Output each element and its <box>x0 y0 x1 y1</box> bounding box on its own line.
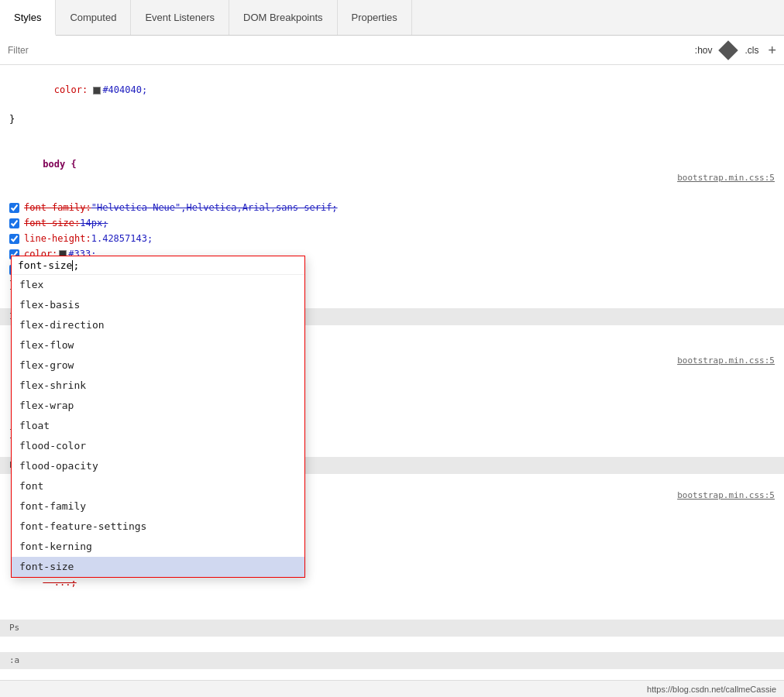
ps-section-header: Ps <box>0 620 784 637</box>
nt-source-link[interactable]: bootstrap.min.css:5 <box>677 354 775 368</box>
devtools-panel: Styles Computed Event Listeners DOM Brea… <box>0 0 784 697</box>
autocomplete-item-font[interactable]: font <box>12 476 304 496</box>
filter-controls: :hov .cls + <box>692 43 776 57</box>
autocomplete-item-flex-basis[interactable]: flex-basis <box>12 295 304 315</box>
autocomplete-dropdown: font-size ; flex flex-basis flex-directi… <box>11 256 305 578</box>
body-source-link[interactable]: bootstrap.min.css:5 <box>677 171 775 185</box>
css-close-brace-1: } <box>0 112 784 127</box>
font-size-prop: font-size: <box>24 216 80 230</box>
ht-source-link[interactable]: bootstrap.min.css:5 <box>677 489 775 503</box>
autocomplete-input-text: font-size <box>18 259 72 271</box>
font-size-value: 14px; <box>80 216 108 230</box>
font-family-value: "Helvetica Neue",Helvetica,Arial,sans-se… <box>91 201 338 215</box>
body-selector-text: body { <box>43 159 76 170</box>
autocomplete-item-flood-opacity[interactable]: flood-opacity <box>12 456 304 476</box>
line-height-prop: line-height: <box>24 232 91 245</box>
autocomplete-item-flex-flow[interactable]: flex-flow <box>12 335 304 355</box>
autocomplete-item-font-size[interactable]: font-size <box>12 557 304 577</box>
status-bar: https://blog.csdn.net/callmeCassie <box>0 680 784 697</box>
autocomplete-item-flex-shrink[interactable]: flex-shrink <box>12 376 304 396</box>
autocomplete-item-float[interactable]: float <box>12 416 304 436</box>
font-family-checkbox[interactable] <box>9 203 19 213</box>
autocomplete-item-flood-color[interactable]: flood-color <box>12 436 304 456</box>
autocomplete-item-flex-direction[interactable]: flex-direction <box>12 315 304 335</box>
status-url: https://blog.csdn.net/callmeCassie <box>647 685 776 694</box>
tab-event-listeners[interactable]: Event Listeners <box>131 0 229 35</box>
line-height-checkbox[interactable] <box>9 234 19 244</box>
font-family-row: font-family: "Helvetica Neue",Helvetica,… <box>0 200 784 215</box>
tab-properties[interactable]: Properties <box>338 0 412 35</box>
autocomplete-item-font-kerning[interactable]: font-kerning <box>12 537 304 557</box>
css-blank-4 <box>0 604 784 620</box>
css-prop-color: color: <box>43 84 93 95</box>
autocomplete-item-font-family[interactable]: font-family <box>12 496 304 517</box>
css-content: color: #404040; } body { bootstrap.min.c… <box>0 65 784 680</box>
css-body-selector: body { bootstrap.min.css:5 <box>0 142 784 200</box>
tab-computed[interactable]: Computed <box>56 0 131 35</box>
filter-bar: :hov .cls + <box>0 36 784 65</box>
cls-button[interactable]: .cls <box>741 43 762 57</box>
css-color-line: color: #404040; <box>0 68 784 112</box>
autocomplete-input-row[interactable]: font-size ; <box>12 256 304 275</box>
color-swatch-404040[interactable] <box>93 87 101 94</box>
a-selector: bootstrap.min.css:5 <box>0 669 784 680</box>
autocomplete-item-font-feature-settings[interactable]: font-feature-settings <box>12 517 304 537</box>
tab-bar: Styles Computed Event Listeners DOM Brea… <box>0 0 784 36</box>
height-100-text: ...; <box>43 577 76 588</box>
line-height-value: 1.42857143; <box>91 232 153 245</box>
css-blank-5 <box>0 637 784 652</box>
a-section-header: :a <box>0 652 784 669</box>
autocomplete-item-flex-grow[interactable]: flex-grow <box>12 355 304 376</box>
autocomplete-item-flex-wrap[interactable]: flex-wrap <box>12 396 304 416</box>
autocomplete-suffix: ; <box>73 259 79 271</box>
font-family-prop: font-family: <box>24 201 91 215</box>
autocomplete-item-flex[interactable]: flex <box>12 275 304 295</box>
tab-styles[interactable]: Styles <box>0 0 56 36</box>
line-height-row: line-height: 1.42857143; <box>0 231 784 246</box>
filter-input[interactable] <box>8 45 692 56</box>
plus-button[interactable]: + <box>768 43 776 57</box>
css-val-color: #404040; <box>102 84 147 95</box>
tab-dom-breakpoints[interactable]: DOM Breakpoints <box>229 0 338 35</box>
font-size-checkbox[interactable] <box>9 218 19 228</box>
hov-button[interactable]: :hov <box>692 43 716 57</box>
diamond-icon[interactable] <box>719 40 738 60</box>
css-blank-1 <box>0 127 784 142</box>
font-size-row: font-size: 14px; <box>0 215 784 231</box>
